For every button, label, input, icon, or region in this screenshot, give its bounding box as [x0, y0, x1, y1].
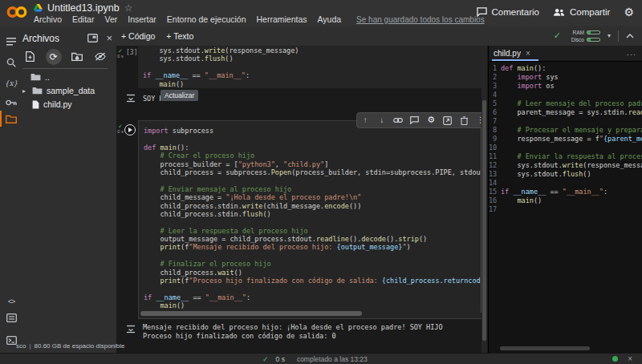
cell1-exec-count: [3]	[126, 49, 137, 56]
disk-meter	[587, 38, 600, 42]
editor-tabbar: child.py × ...	[489, 46, 642, 62]
disk-space-status: sco | 80.60 GB de espacio disponible	[16, 342, 125, 350]
colab-window: Untitled13.ipynb ☆ Archivo Editar Ver In…	[0, 0, 642, 364]
cell1-code-editor[interactable]: sys.stdout.write(response_message) sys.s…	[138, 46, 487, 88]
settings-gear-icon[interactable]: ⚙	[624, 6, 634, 18]
cell2-code-editor[interactable]: import subprocess def main(): # Crear el…	[138, 120, 487, 319]
left-sidebar: {x} <> Archivos × ⟳	[0, 26, 116, 353]
open-folder-icon	[30, 73, 41, 81]
app-header: Untitled13.ipynb ☆ Archivo Editar Ver In…	[0, 0, 642, 26]
cell1-output-icon[interactable]	[126, 94, 136, 103]
connected-check-icon: ✓	[554, 30, 561, 41]
delete-cell-icon[interactable]	[458, 115, 469, 126]
tree-item-sample-data[interactable]: ▸ sample_data	[22, 84, 114, 97]
menubar: Archivo Editar Ver Insertar Entorno de e…	[34, 14, 485, 24]
editor-horizontal-scrollbar[interactable]	[500, 346, 590, 350]
mount-drive-icon[interactable]	[70, 50, 84, 64]
menu-ayuda[interactable]: Ayuda	[318, 14, 342, 24]
comment-icon	[477, 7, 487, 17]
tree-item-parent-dir[interactable]: ..	[22, 71, 114, 83]
menu-archivo[interactable]: Archivo	[34, 14, 62, 24]
refresh-tooltip: Actualizar	[160, 90, 198, 101]
notebook-title[interactable]: Untitled13.ipynb	[47, 2, 120, 14]
popout-panel-icon[interactable]	[87, 34, 98, 42]
drive-icon	[34, 4, 43, 12]
status-check-icon: ✓	[262, 355, 269, 363]
save-status-link[interactable]: Se han guardado todos los cambios	[356, 15, 485, 24]
hidden-files-eye-icon[interactable]	[93, 50, 108, 64]
cell-toolbar: ↑ ↓ ⚙ ⋮	[356, 112, 487, 128]
collapse-toolbar-icon[interactable]	[626, 34, 634, 38]
editor-more-icon[interactable]: ...	[627, 47, 636, 57]
move-cell-down-icon[interactable]: ↓	[376, 115, 388, 126]
upload-file-icon[interactable]	[22, 50, 37, 64]
code-snippets-icon[interactable]: <>	[5, 295, 18, 308]
menu-herramientas[interactable]: Herramientas	[256, 14, 307, 24]
file-tree: .. ▸ sample_data child.py	[22, 71, 114, 111]
status-exec-time: 0 s	[276, 355, 285, 363]
add-text-button[interactable]: + Texto	[166, 31, 193, 41]
toc-icon[interactable]	[5, 35, 18, 48]
search-icon[interactable]	[5, 56, 18, 69]
notebook-toolbar: + Código + Texto ✓ RAM Disco ▾	[116, 26, 642, 46]
cell-comment-icon[interactable]	[409, 115, 421, 126]
secrets-key-icon[interactable]	[5, 96, 18, 109]
close-editor-statusbar-icon[interactable]: ×	[628, 354, 632, 363]
expand-caret-icon[interactable]: ▸	[22, 87, 28, 95]
cell-settings-icon[interactable]: ⚙	[425, 115, 437, 126]
star-icon[interactable]: ☆	[124, 3, 133, 13]
files-icon[interactable]	[5, 112, 18, 125]
refresh-icon[interactable]: ⟳	[46, 49, 62, 65]
copy-link-icon[interactable]	[392, 115, 404, 126]
ram-meter	[587, 30, 600, 34]
files-panel-title: Archivos	[22, 33, 87, 44]
close-panel-icon[interactable]: ×	[106, 32, 112, 44]
file-editor-panel: child.py × ... 1def main():2 import sys3…	[488, 46, 642, 353]
menu-editar[interactable]: Editar	[72, 14, 94, 24]
cell2-output-line2: Proceso hijo finalizado con código de sa…	[143, 332, 336, 341]
status-bar: ✓ 0 s completado a las 13:23 ×	[0, 353, 642, 364]
cell2-output-icon[interactable]	[126, 325, 136, 334]
menu-insertar[interactable]: Insertar	[128, 14, 156, 24]
move-cell-up-icon[interactable]: ↑	[360, 115, 371, 126]
executions-icon[interactable]	[5, 311, 18, 324]
resources-dropdown-icon[interactable]: ▾	[607, 32, 611, 39]
resources-indicator[interactable]: RAM Disco	[568, 30, 600, 42]
child-py-editor[interactable]: 1def main():2 import sys3 import os4 5 #…	[489, 64, 642, 214]
colab-logo-icon[interactable]	[6, 4, 28, 20]
comment-button[interactable]: Comentario	[477, 7, 539, 17]
cell2-output-line1: Mensaje recibido del proceso hijo: ¡Hola…	[143, 323, 443, 332]
mirror-cell-icon[interactable]	[442, 115, 453, 126]
cell1-exec-status: ✓0 s	[116, 48, 126, 59]
menu-ver[interactable]: Ver	[104, 14, 117, 24]
tree-item-child-py[interactable]: child.py	[22, 98, 114, 111]
people-icon	[553, 7, 565, 17]
folder-icon	[32, 87, 43, 95]
file-icon	[32, 100, 39, 109]
status-message: completado a las 13:23	[297, 355, 368, 363]
share-button[interactable]: Compartir	[553, 7, 610, 17]
cell2-horizontal-scrollbar[interactable]	[140, 311, 362, 316]
notebook-vertical-scrollbar[interactable]	[482, 46, 487, 353]
run-cell-button[interactable]	[124, 124, 136, 135]
menu-entorno[interactable]: Entorno de ejecución	[167, 14, 246, 24]
add-code-button[interactable]: + Código	[121, 31, 155, 41]
close-tab-icon[interactable]: ×	[526, 49, 530, 58]
variables-icon[interactable]: {x}	[5, 77, 18, 90]
editor-status-dot	[612, 356, 618, 362]
